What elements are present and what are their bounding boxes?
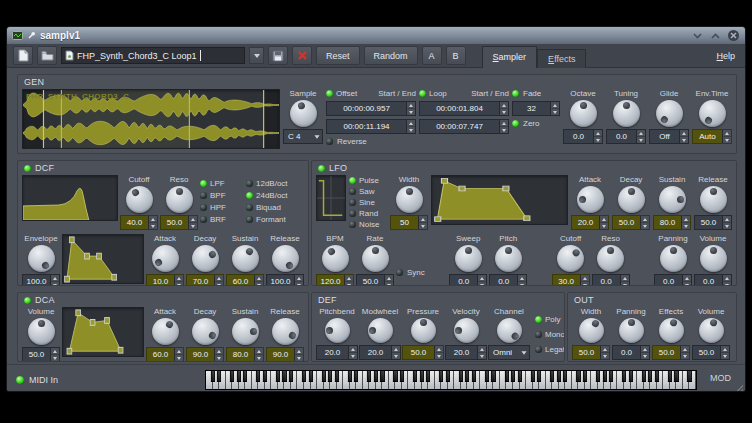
title-bar[interactable]: samplv1 xyxy=(7,27,745,44)
glide-knob[interactable] xyxy=(656,100,683,127)
maximize-button[interactable] xyxy=(709,29,722,42)
def-pressure-knob[interactable] xyxy=(411,318,436,343)
dca-decay-knob[interactable] xyxy=(192,318,219,345)
spin-buttons[interactable] xyxy=(294,275,303,286)
dca-adsr-display[interactable] xyxy=(62,307,144,357)
piano-black-key[interactable] xyxy=(328,371,332,382)
spin-buttons[interactable] xyxy=(517,275,526,286)
spin-buttons[interactable] xyxy=(418,216,427,229)
lfo-sweep-spinbox[interactable]: 0.0 xyxy=(449,274,487,286)
spin-buttons[interactable] xyxy=(254,348,263,361)
envtime-knob[interactable] xyxy=(699,100,726,127)
dca-led[interactable] xyxy=(24,297,31,304)
lfo-width-knob[interactable] xyxy=(396,186,423,213)
spin-buttons[interactable] xyxy=(680,346,689,359)
piano-black-key[interactable] xyxy=(439,371,443,382)
loop-end-spinbox[interactable]: 00:00:07.747 xyxy=(419,119,509,134)
spin-buttons[interactable] xyxy=(406,120,415,133)
spin-buttons[interactable] xyxy=(254,275,263,286)
spin-buttons[interactable] xyxy=(720,346,729,359)
dcf-decay-knob[interactable] xyxy=(192,245,219,272)
piano-black-key[interactable] xyxy=(687,371,691,382)
def-channel-knob[interactable] xyxy=(497,318,522,343)
tab-sampler[interactable]: Sampler xyxy=(482,46,538,68)
piano-black-key[interactable] xyxy=(491,371,495,382)
radio-sine[interactable]: Sine xyxy=(349,198,387,207)
lfo-width-spinbox[interactable]: 50 xyxy=(390,215,428,230)
delete-preset-button[interactable] xyxy=(292,46,312,65)
piano-black-key[interactable] xyxy=(531,371,535,382)
dcf-attack-knob[interactable] xyxy=(152,245,179,272)
lfo-led[interactable] xyxy=(318,165,325,172)
piano-black-key[interactable] xyxy=(576,371,580,382)
spin-buttons[interactable] xyxy=(294,348,303,361)
piano-black-key[interactable] xyxy=(276,371,280,382)
spin-buttons[interactable] xyxy=(722,216,731,229)
dca-attack-knob[interactable] xyxy=(152,318,179,345)
radio-bpf[interactable]: BPF xyxy=(200,191,244,200)
piano-black-key[interactable] xyxy=(504,371,508,382)
spin-buttons[interactable] xyxy=(636,130,645,143)
spin-buttons[interactable] xyxy=(188,216,197,229)
dca-release-spinbox[interactable]: 90.0 xyxy=(266,347,304,362)
spin-buttons[interactable] xyxy=(174,348,183,361)
radio-legato[interactable]: Legato xyxy=(535,345,565,354)
piano-black-key[interactable] xyxy=(511,371,515,382)
dcf-reso-knob[interactable] xyxy=(166,186,193,213)
preset-combo[interactable]: FHP_Synth_Chord3_C Loop1 xyxy=(61,47,245,64)
piano-black-key[interactable] xyxy=(289,371,293,382)
lfo-volume-knob[interactable] xyxy=(700,245,727,272)
radio-saw[interactable]: Saw xyxy=(349,187,387,196)
dcf-cutoff-spinbox[interactable]: 40.0 xyxy=(120,215,158,230)
spin-buttons[interactable] xyxy=(477,275,486,286)
piano-black-key[interactable] xyxy=(302,371,306,382)
sample-knob[interactable] xyxy=(290,100,317,127)
piano-black-key[interactable] xyxy=(420,371,424,382)
def-pressure-spinbox[interactable]: 50.0 xyxy=(402,345,444,360)
shade-button[interactable] xyxy=(691,29,704,42)
lfo-adsr-display[interactable] xyxy=(431,175,568,225)
octave-knob[interactable] xyxy=(570,100,597,127)
spin-buttons[interactable] xyxy=(679,130,688,143)
spin-buttons[interactable] xyxy=(174,275,183,286)
radio-formant[interactable]: Formant xyxy=(246,215,288,224)
piano-black-key[interactable] xyxy=(263,371,267,382)
piano-black-key[interactable] xyxy=(518,371,522,382)
def-velocity-knob[interactable] xyxy=(454,318,479,343)
dcf-decay-spinbox[interactable]: 70.0 xyxy=(186,274,224,286)
lfo-wave-display[interactable] xyxy=(316,175,346,221)
spin-buttons[interactable] xyxy=(348,346,357,359)
glide-spinbox[interactable]: Off xyxy=(649,129,689,144)
preset-dropdown-button[interactable] xyxy=(249,47,264,64)
spin-buttons[interactable] xyxy=(593,130,602,143)
lfo-attack-spinbox[interactable]: 20.0 xyxy=(571,215,609,230)
piano-black-key[interactable] xyxy=(380,371,384,382)
out-width-knob[interactable] xyxy=(579,318,604,343)
spin-buttons[interactable] xyxy=(50,348,59,361)
def-pitchbend-knob[interactable] xyxy=(325,318,350,343)
piano-black-key[interactable] xyxy=(210,371,214,382)
spin-buttons[interactable] xyxy=(391,346,400,359)
piano-black-key[interactable] xyxy=(413,371,417,382)
out-width-spinbox[interactable]: 50.0 xyxy=(572,345,610,360)
resize-grip[interactable] xyxy=(733,382,743,392)
lfo-rate-knob[interactable] xyxy=(362,245,389,272)
dca-decay-spinbox[interactable]: 90.0 xyxy=(186,347,224,362)
def-modwheel-spinbox[interactable]: 20.0 xyxy=(359,345,401,360)
lfo-decay-spinbox[interactable]: 50.0 xyxy=(612,215,650,230)
new-preset-button[interactable] xyxy=(13,46,33,65)
dcf-envelope-knob[interactable] xyxy=(28,245,55,272)
piano-black-key[interactable] xyxy=(648,371,652,382)
dca-sustain-knob[interactable] xyxy=(232,318,259,345)
piano-black-key[interactable] xyxy=(393,371,397,382)
lfo-panning-spinbox[interactable]: 0.0 xyxy=(654,274,692,286)
open-preset-button[interactable] xyxy=(37,46,57,65)
sync-checkbox[interactable]: Sync xyxy=(396,268,425,277)
out-panning-spinbox[interactable]: 0.0 xyxy=(612,345,650,360)
dcf-release-knob[interactable] xyxy=(272,245,299,272)
fade-spinbox[interactable]: 32 xyxy=(512,101,560,116)
piano-black-key[interactable] xyxy=(472,371,476,382)
lfo-sustain-spinbox[interactable]: 80.0 xyxy=(653,215,691,230)
def-pitchbend-spinbox[interactable]: 20.0 xyxy=(316,345,358,360)
piano-black-key[interactable] xyxy=(446,371,450,382)
